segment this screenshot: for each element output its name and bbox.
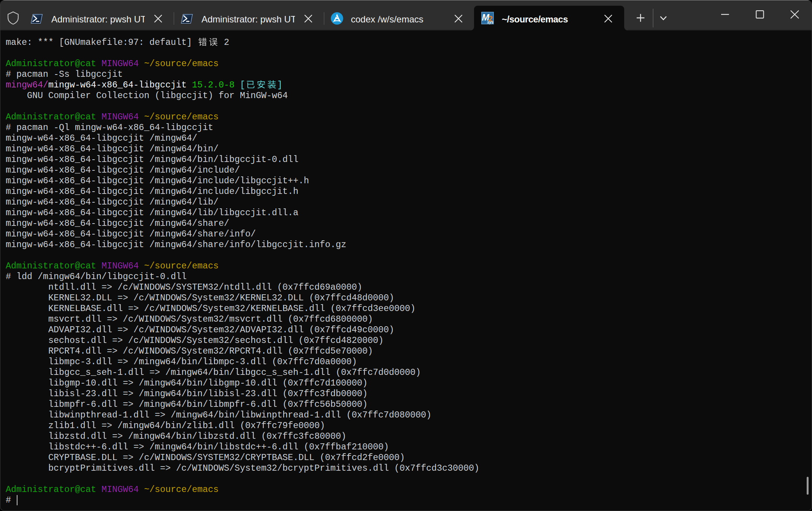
svg-text:sys: sys: [487, 20, 494, 24]
